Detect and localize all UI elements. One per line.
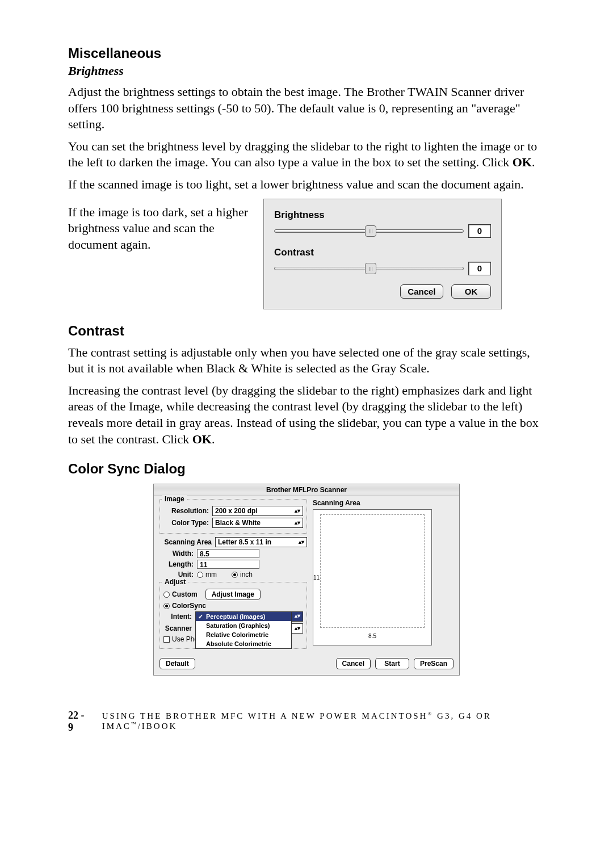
subheading-brightness: Brightness xyxy=(68,64,545,78)
contrast-paragraph-2: Increasing the contrast level (by draggi… xyxy=(68,383,545,447)
brightness-paragraph-3: If the scanned image is too light, set a… xyxy=(68,177,545,193)
brightness-slider[interactable]: ||| xyxy=(274,229,464,233)
registered-icon: ® xyxy=(427,711,433,716)
scanning-area-heading: Scanning Area xyxy=(313,499,443,507)
preview-y-label: 11 xyxy=(313,575,320,581)
preview-x-label: 8.5 xyxy=(368,633,376,639)
adjust-group: Adjust Custom Adjust Image ColorSync Int… xyxy=(159,582,307,649)
use-pho-checkbox[interactable]: Use Pho xyxy=(163,635,198,643)
brightness-value-input[interactable]: 0 xyxy=(468,224,491,238)
brightness-paragraph-2: You can set the brightness level by drag… xyxy=(68,139,545,171)
contrast-label: Contrast xyxy=(274,247,491,258)
contrast-slider[interactable]: ||| xyxy=(274,267,464,270)
use-pho-label: Use Pho xyxy=(172,635,198,643)
footer-text-c: /IBOOK xyxy=(138,722,178,731)
intent-label: Intent: xyxy=(163,613,192,620)
unit-mm-radio[interactable]: mm xyxy=(197,571,217,578)
colortype-select[interactable]: Black & White ▴▾ xyxy=(212,518,303,528)
ok-button[interactable]: OK xyxy=(451,284,491,299)
length-label: Length: xyxy=(159,560,194,568)
check-icon: ✓ xyxy=(198,613,203,620)
image-group: Image Resolution: 200 x 200 dpi ▴▾ Color… xyxy=(159,499,307,534)
chapter-title: USING THE BROTHER MFC WITH A NEW POWER M… xyxy=(102,711,545,731)
text-span: Increasing the contrast level (by draggi… xyxy=(68,383,539,446)
dropdown-arrows-icon: ▴▾ xyxy=(295,520,300,526)
scanner-label: Scanner xyxy=(163,624,192,632)
default-button[interactable]: Default xyxy=(159,658,195,669)
start-button[interactable]: Start xyxy=(375,658,409,669)
option-label: Saturation (Graphics) xyxy=(206,622,270,629)
intent-select[interactable]: ✓Perceptual (Images) Saturation (Graphic… xyxy=(195,611,303,622)
option-label: Absolute Colorimetric xyxy=(206,640,271,647)
dropdown-arrows-icon: ▴▾ xyxy=(295,613,300,619)
contrast-value-input[interactable]: 0 xyxy=(468,262,491,275)
length-input[interactable]: 11 xyxy=(197,560,259,569)
scanning-area-value: Letter 8.5 x 11 in xyxy=(218,538,271,546)
colorsync-radio[interactable]: ColorSync xyxy=(163,602,206,610)
resolution-value: 200 x 200 dpi xyxy=(215,507,258,515)
heading-colorsync: Color Sync Dialog xyxy=(68,461,545,477)
option-label: Perceptual (Images) xyxy=(206,613,266,620)
prescan-button[interactable]: PreScan xyxy=(414,658,454,669)
adjust-image-button[interactable]: Adjust Image xyxy=(205,589,261,600)
resolution-label: Resolution: xyxy=(163,507,209,515)
intent-option-saturation[interactable]: Saturation (Graphics) xyxy=(196,621,291,630)
scanning-area-select[interactable]: Letter 8.5 x 11 in ▴▾ xyxy=(215,537,307,547)
custom-label: Custom xyxy=(172,590,198,598)
intent-option-perceptual[interactable]: ✓Perceptual (Images) xyxy=(196,612,291,621)
contrast-slider-thumb[interactable]: ||| xyxy=(365,263,376,274)
colortype-label: Color Type: xyxy=(163,519,209,527)
ok-bold: OK xyxy=(192,432,212,446)
trademark-icon: ™ xyxy=(131,721,138,727)
ok-bold: OK xyxy=(513,155,532,169)
dialog-title: Brother MFLPro Scanner xyxy=(154,484,459,496)
dropdown-arrows-icon: ▴▾ xyxy=(295,508,300,514)
dropdown-arrows-icon: ▴▾ xyxy=(299,539,304,545)
contrast-paragraph-1: The contrast setting is adjustable only … xyxy=(68,345,545,377)
scanning-area-label: Scanning Area xyxy=(159,538,212,546)
heading-miscellaneous: Miscellaneous xyxy=(68,45,545,61)
brightness-contrast-dialog: Brightness ||| 0 Contrast ||| 0 Cancel O… xyxy=(263,199,502,309)
brightness-slider-thumb[interactable]: ||| xyxy=(365,225,376,237)
cancel-button[interactable]: Cancel xyxy=(336,658,371,669)
width-label: Width: xyxy=(159,550,194,557)
colorsync-label: ColorSync xyxy=(172,602,206,610)
adjust-group-title: Adjust xyxy=(162,578,188,586)
preview-selection[interactable] xyxy=(320,514,425,628)
page-footer: 22 - 9 USING THE BROTHER MFC WITH A NEW … xyxy=(68,710,545,733)
dropdown-arrows-icon: ▴▾ xyxy=(295,626,300,631)
page-number: 22 - 9 xyxy=(68,710,91,733)
option-label: Relative Colorimetric xyxy=(206,631,268,638)
unit-mm-label: mm xyxy=(205,571,217,578)
width-input[interactable]: 8.5 xyxy=(197,549,259,558)
resolution-select[interactable]: 200 x 200 dpi ▴▾ xyxy=(212,506,303,516)
brightness-paragraph-4: If the image is too dark, set a higher b… xyxy=(68,204,250,253)
colorsync-dialog: Brother MFLPro Scanner Image Resolution:… xyxy=(153,484,460,676)
cancel-button[interactable]: Cancel xyxy=(400,284,443,299)
unit-inch-label: inch xyxy=(240,571,253,578)
heading-contrast: Contrast xyxy=(68,323,545,339)
text-span: You can set the brightness level by drag… xyxy=(68,139,537,170)
unit-inch-radio[interactable]: inch xyxy=(232,571,253,578)
text-span: . xyxy=(212,432,215,446)
text-span: . xyxy=(532,155,535,169)
scanning-area-preview[interactable]: 11 8.5 xyxy=(313,509,432,645)
intent-dropdown: ✓Perceptual (Images) Saturation (Graphic… xyxy=(195,611,292,649)
intent-option-absolute[interactable]: Absolute Colorimetric xyxy=(196,639,291,648)
image-group-title: Image xyxy=(162,495,187,503)
brightness-label: Brightness xyxy=(274,209,491,221)
intent-option-relative[interactable]: Relative Colorimetric xyxy=(196,630,291,639)
custom-radio[interactable]: Custom xyxy=(163,590,198,598)
unit-label: Unit: xyxy=(159,571,194,578)
footer-text-a: USING THE BROTHER MFC WITH A NEW POWER M… xyxy=(102,711,428,720)
brightness-paragraph-1: Adjust the brightness settings to obtain… xyxy=(68,84,545,133)
colortype-value: Black & White xyxy=(215,519,261,527)
